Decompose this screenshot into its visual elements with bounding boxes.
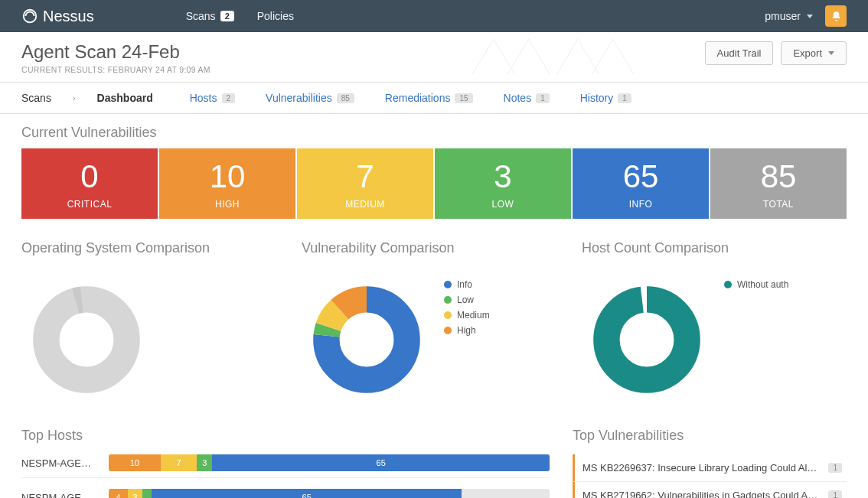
bar-segment-info: 65	[212, 454, 549, 471]
section-current-vuln: Current Vulnerabilities	[21, 125, 847, 141]
legend-item: Medium	[444, 310, 490, 321]
svg-point-7	[606, 299, 687, 379]
bar-segment-high: 4	[109, 489, 128, 498]
top-nav: Nessus Scans2Policies pmuser	[0, 0, 868, 32]
legend-swatch	[724, 281, 732, 288]
top-hosts-panel: Top Hosts NESPM-AGE…107365NESPM-AGE…4365	[21, 428, 550, 498]
bar-segment-high: 10	[109, 454, 161, 471]
bar-segment-low	[142, 489, 152, 498]
severity-tile-critical[interactable]: 0CRITICAL	[21, 148, 158, 219]
export-button[interactable]: Export	[781, 41, 847, 65]
page-header: Agent Scan 24-Feb CURRENT RESULTS: FEBRU…	[0, 32, 868, 83]
section-top-hosts: Top Hosts	[21, 428, 550, 444]
vuln-item[interactable]: MS KB2269637: Insecure Library Loading C…	[573, 454, 847, 482]
count-badge: 2	[220, 11, 234, 21]
section-top-vulns: Top Vulnerabilities	[573, 428, 847, 444]
donut-vuln	[302, 275, 432, 405]
bar-segment-low: 3	[197, 454, 212, 471]
severity-tile-medium[interactable]: 7MEDIUM	[297, 148, 433, 219]
legend-item: Info	[444, 279, 490, 290]
chevron-down-icon	[828, 51, 834, 55]
audit-trail-button[interactable]: Audit Trail	[705, 41, 774, 65]
bar-segment-medium: 3	[128, 489, 142, 498]
legend-item: High	[444, 325, 490, 336]
legend-swatch	[444, 296, 452, 304]
content: Current Vulnerabilities 0CRITICAL10HIGH7…	[0, 114, 868, 498]
chart-host-comparison: Host Count Comparison Without auth	[582, 240, 847, 405]
tabs-row: Scans › Dashboard Hosts2Vulnerabilities8…	[0, 83, 868, 114]
vuln-item[interactable]: MS KB2719662: Vulnerabilities in Gadgets…	[573, 482, 847, 498]
tab-history[interactable]: History1	[580, 92, 631, 104]
page-title: Agent Scan 24-Feb	[21, 41, 210, 63]
bottom-row: Top Hosts NESPM-AGE…107365NESPM-AGE…4365…	[21, 428, 847, 498]
vuln-title: MS KB2269637: Insecure Library Loading C…	[582, 462, 821, 474]
brand-logo[interactable]: Nessus	[21, 8, 94, 25]
chart-title: Operating System Comparison	[21, 240, 286, 256]
host-name: NESPM-AGE…	[21, 457, 98, 469]
host-row[interactable]: NESPM-AGE…107365	[21, 454, 550, 478]
page-subtitle: CURRENT RESULTS: FEBRUARY 24 AT 9:09 AM	[21, 65, 210, 74]
nav-link-policies[interactable]: Policies	[257, 10, 294, 22]
severity-tiles: 0CRITICAL10HIGH7MEDIUM3LOW65INFO85TOTAL	[21, 148, 847, 219]
brand-text: Nessus	[43, 8, 94, 25]
bar-segment-medium: 7	[161, 454, 197, 471]
notifications-button[interactable]	[825, 5, 847, 27]
severity-tile-total[interactable]: 85TOTAL	[710, 148, 847, 219]
charts-row: Operating System Comparison Vulnerabilit…	[21, 240, 847, 405]
tab-remediations[interactable]: Remediations15	[385, 92, 473, 104]
chart-os-comparison: Operating System Comparison	[21, 240, 286, 405]
severity-tile-info[interactable]: 65INFO	[573, 148, 709, 219]
user-menu[interactable]: pmuser	[765, 10, 813, 22]
legend-swatch	[444, 311, 452, 319]
legend-item: Low	[444, 295, 490, 305]
vuln-title: MS KB2719662: Vulnerabilities in Gadgets…	[582, 490, 821, 498]
tab-vulnerabilities[interactable]: Vulnerabilities85	[266, 92, 354, 104]
count-badge: 2	[222, 93, 236, 103]
count-badge: 85	[337, 93, 354, 103]
nessus-icon	[21, 8, 38, 24]
svg-point-1	[46, 299, 126, 379]
donut-host	[582, 275, 712, 405]
tab-notes[interactable]: Notes1	[504, 92, 550, 104]
nav-right: pmuser	[765, 5, 847, 27]
host-bar: 4365	[109, 489, 550, 498]
legend-swatch	[444, 281, 452, 288]
severity-tile-low[interactable]: 3LOW	[435, 148, 571, 219]
tab-hosts[interactable]: Hosts2	[190, 92, 235, 104]
host-bar: 107365	[109, 454, 550, 471]
chevron-right-icon: ›	[73, 93, 76, 103]
chart-title: Host Count Comparison	[582, 240, 847, 256]
bar-segment-info: 65	[152, 489, 462, 498]
nav-links: Scans2Policies	[186, 10, 294, 22]
donut-os	[21, 275, 152, 405]
nav-link-scans[interactable]: Scans2	[186, 10, 234, 22]
legend-vuln: InfoLowMediumHigh	[444, 275, 490, 336]
host-row[interactable]: NESPM-AGE…4365	[21, 489, 550, 498]
legend-swatch	[444, 327, 452, 334]
count-badge: 1	[828, 490, 842, 498]
count-badge: 1	[618, 93, 631, 103]
count-badge: 1	[828, 463, 842, 473]
host-name: NESPM-AGE…	[21, 492, 98, 499]
legend-item: Without auth	[724, 279, 788, 290]
bell-icon	[830, 11, 842, 22]
user-name: pmuser	[765, 10, 801, 22]
tabs: Hosts2Vulnerabilities85Remediations15Not…	[190, 92, 631, 104]
legend-host: Without auth	[724, 275, 788, 290]
breadcrumb-root[interactable]: Scans	[21, 92, 51, 104]
chevron-down-icon	[807, 15, 813, 18]
breadcrumb-current: Dashboard	[97, 92, 153, 104]
top-vulns-panel: Top Vulnerabilities MS KB2269637: Insecu…	[573, 428, 847, 498]
chart-title: Vulnerability Comparison	[302, 240, 566, 256]
severity-tile-high[interactable]: 10HIGH	[159, 148, 295, 219]
count-badge: 1	[536, 93, 550, 103]
chart-vuln-comparison: Vulnerability Comparison InfoLowMediumHi…	[302, 240, 566, 405]
count-badge: 15	[455, 93, 472, 103]
